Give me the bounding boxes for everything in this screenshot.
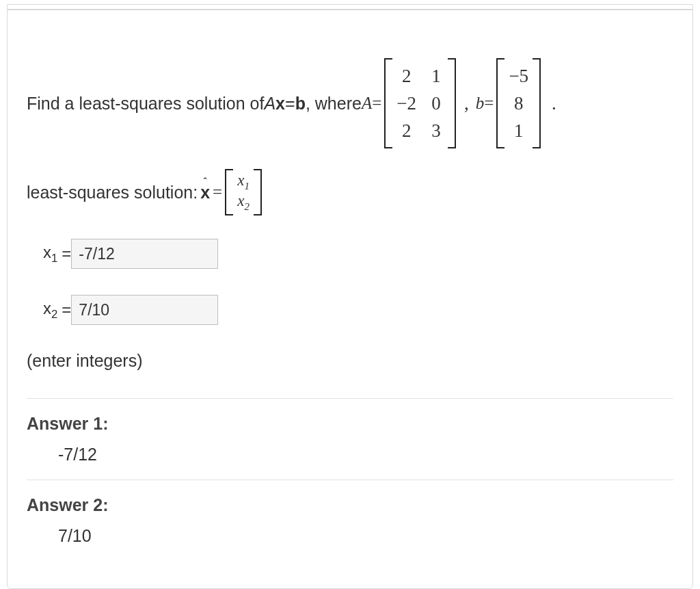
answer-1-label: Answer 1: [27,399,673,441]
answers-section: Answer 1: -7/12 Answer 2: 7/10 [27,398,673,561]
ls-label: least-squares solution: [27,183,198,202]
x2-sub: 2 [51,307,57,320]
sym-b: b [295,94,306,114]
hat-icon: ˆ [203,176,206,188]
matrix-cell: 2 [396,120,416,142]
sym-eq-xhat: = [213,183,222,202]
vector-b-cells: −5 8 1 [504,58,533,148]
page-root: Find a least-squares solution of A x = b… [0,0,700,589]
question-card: Find a least-squares solution of A x = b… [7,10,693,589]
xvar: x [237,192,244,209]
bracket-left-icon [384,58,392,148]
matrix-cell: 8 [509,93,528,114]
matrix-cell: 1 [509,120,528,142]
matrix-A-label: A [362,94,372,113]
least-squares-line: least-squares solution: ˆ x = x1 x2 [27,169,673,215]
x1-label: x1 [43,243,57,265]
period: . [552,93,556,114]
matrix-cell: 2 [396,66,416,87]
x2-var: x [43,299,51,317]
x2-label: x2 [43,299,57,322]
xvar: x [237,172,244,189]
matrix-cell: −5 [509,66,528,87]
matrix-cell: x1 [236,172,251,192]
bracket-right-icon [254,169,262,215]
bracket-right-icon [533,58,541,148]
matrix-cell: 1 [429,66,444,87]
answer-1-value: -7/12 [27,441,673,480]
vector-xhat: x1 x2 [225,169,262,215]
vector-xhat-cells: x1 x2 [233,169,254,215]
where-text: , where [306,94,362,114]
xvar-sub: 2 [245,201,250,212]
top-border-strip [7,4,693,10]
x2-row: x2 = [43,295,673,325]
x1-sub: 1 [51,251,57,264]
x2-eq: = [62,300,71,319]
sym-x: x [275,94,285,114]
matrix-A-cells: 2 1 −2 0 2 3 [392,58,448,148]
x-hat-symbol: ˆ x [200,183,210,202]
sym-eq-A: = [372,94,381,113]
matrix-cell: 3 [429,120,444,142]
x1-eq: = [62,244,71,263]
matrix-cell: −2 [396,93,416,114]
sym-eq1: = [285,94,295,114]
vector-b: −5 8 1 [496,58,541,148]
matrix-cell: x2 [236,192,251,213]
sym-A: A [264,94,275,114]
matrix-cell: 0 [429,93,444,114]
hint-text: (enter integers) [27,351,673,371]
bracket-left-icon [496,58,504,148]
vector-b-label: b [476,94,485,113]
matrix-A: 2 1 −2 0 2 3 [384,58,456,148]
bracket-right-icon [448,58,456,148]
x2-input[interactable] [71,295,218,325]
x1-input[interactable] [71,239,218,269]
problem-intro-text: Find a least-squares solution of [27,94,264,114]
x1-row: x1 = [43,239,673,269]
sym-eq-b: = [484,94,494,113]
bracket-left-icon [225,169,233,215]
answer-2-value: 7/10 [27,522,673,561]
input-block: x1 = x2 = [43,239,673,325]
problem-statement: Find a least-squares solution of A x = b… [27,58,673,148]
answer-2-label: Answer 2: [27,480,673,522]
comma: , [464,93,469,114]
xvar-sub: 1 [245,181,250,192]
x1-var: x [43,243,51,261]
